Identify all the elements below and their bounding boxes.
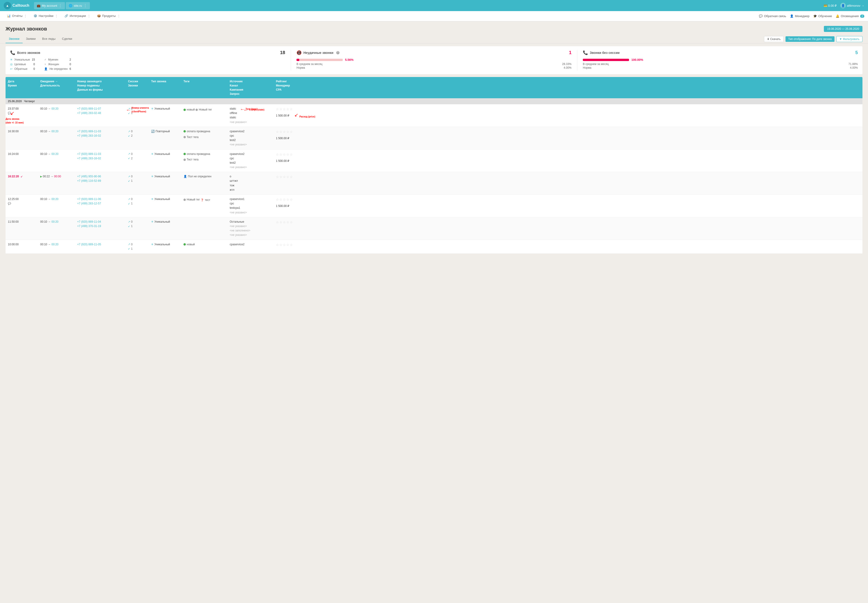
- star-7-4[interactable]: ☆: [286, 242, 289, 247]
- star-1-1[interactable]: ☆: [276, 107, 279, 112]
- sub-phone-3[interactable]: +7 (499) 283-16-02: [77, 156, 123, 161]
- nav-settings[interactable]: ⚙️ Настройки ⋮: [30, 11, 61, 21]
- star-5-2[interactable]: ☆: [279, 197, 282, 202]
- site-menu-icon[interactable]: ⋮: [83, 3, 87, 8]
- calltype-row-3: ✳ Уникальный: [151, 152, 179, 156]
- star-1-3[interactable]: ☆: [283, 107, 286, 112]
- caller-phone-1[interactable]: +7 (920) 889-11-07: [77, 107, 123, 111]
- total-calls-title: Всего звонков: [17, 51, 40, 54]
- star-2-1[interactable]: ☆: [276, 129, 279, 135]
- no-session-avg-label: В среднем за месяц: [583, 62, 609, 66]
- balance-display[interactable]: 💳 0.00 ₽: [823, 4, 837, 8]
- star-2-5[interactable]: ☆: [290, 129, 293, 135]
- star-6-1[interactable]: ☆: [276, 220, 279, 225]
- sub-phone-6[interactable]: +7 (499) 370-31-19: [77, 224, 123, 229]
- tab-all-leads[interactable]: Все лиды: [39, 35, 59, 43]
- star-6-4[interactable]: ☆: [286, 220, 289, 225]
- failed-help-icon: ?: [336, 51, 339, 54]
- tab-requests[interactable]: Заявки: [23, 35, 39, 43]
- star-1-2[interactable]: ☆: [279, 107, 282, 112]
- manager-btn[interactable]: 👤 Менеджер: [790, 14, 809, 18]
- tag-label-5-2: тест: [205, 198, 210, 202]
- caller-phone-4[interactable]: +7 (495) 955-90-96: [77, 174, 123, 179]
- products-menu-icon[interactable]: ⋮: [117, 14, 120, 18]
- star-3-4[interactable]: ☆: [286, 152, 289, 157]
- star-4-2[interactable]: ☆: [279, 174, 282, 179]
- star-4-4[interactable]: ☆: [286, 174, 289, 179]
- caller-phone-2[interactable]: +7 (920) 889-11-03: [77, 129, 123, 134]
- star-6-3[interactable]: ☆: [283, 220, 286, 225]
- women-value: 0: [69, 63, 71, 66]
- caller-phone-3[interactable]: +7 (920) 889-11-03: [77, 152, 123, 156]
- star-4-1[interactable]: ☆: [276, 174, 279, 179]
- reports-menu-icon[interactable]: ⋮: [24, 14, 27, 18]
- caller-phone-6[interactable]: +7 (920) 889-11-04: [77, 220, 123, 224]
- source-4: о: [230, 174, 271, 179]
- unique-star-icon-1: ✳: [151, 107, 153, 111]
- star-5-5[interactable]: ☆: [290, 197, 293, 202]
- learning-btn[interactable]: 🎓 Обучение: [813, 14, 832, 18]
- wait-6: 00:10 →: [40, 220, 51, 223]
- star-4-3[interactable]: ☆: [283, 174, 286, 179]
- star-6-5[interactable]: ☆: [290, 220, 293, 225]
- notifications-btn[interactable]: 🔔 Оповещения 2: [836, 14, 864, 18]
- sub-phone-1[interactable]: +7 (499) 283-02-48: [77, 111, 123, 115]
- learning-label: Обучение: [818, 14, 832, 18]
- star-5-1[interactable]: ☆: [276, 197, 279, 202]
- sub-phone-4[interactable]: +7 (499) 116-52-89: [77, 179, 123, 183]
- women-icon: ♀: [44, 63, 46, 66]
- star-7-2[interactable]: ☆: [279, 242, 282, 247]
- star-1-4[interactable]: ☆: [286, 107, 289, 112]
- feedback-label: Обратная связь: [764, 14, 786, 18]
- caller-phone-7[interactable]: +7 (920) 889-11-05: [77, 242, 123, 247]
- products-label: Продукты: [102, 14, 116, 18]
- nav-reports[interactable]: 📊 Отчёты ⋮: [4, 11, 30, 21]
- star-5-4[interactable]: ☆: [286, 197, 289, 202]
- star-2-4[interactable]: ☆: [286, 129, 289, 135]
- sub-phone-5[interactable]: +7 (499) 283-12-57: [77, 201, 123, 206]
- star-2-3[interactable]: ☆: [283, 129, 286, 135]
- logout-icon[interactable]: →: [861, 4, 864, 8]
- price-annotation: ↙ Расход (price): [294, 111, 315, 119]
- star-7-5[interactable]: ☆: [290, 242, 293, 247]
- star-3-2[interactable]: ☆: [279, 152, 282, 157]
- user-display[interactable]: 👤 afilimonov →: [840, 3, 864, 8]
- star-7-1[interactable]: ☆: [276, 242, 279, 247]
- total-calls-left: ✳ Уникальные 15 ◎ Целевые 0 ↩ Обратные 0: [10, 58, 35, 71]
- logo[interactable]: ▲ Calltouch: [4, 2, 29, 9]
- star-5-3[interactable]: ☆: [283, 197, 286, 202]
- star-3-5[interactable]: ☆: [290, 152, 293, 157]
- star-7-3[interactable]: ☆: [283, 242, 286, 247]
- top-nav-tab-site[interactable]: 🌐 site.ru ⋮: [66, 2, 89, 9]
- star-2-2[interactable]: ☆: [279, 129, 282, 135]
- tab-calls[interactable]: Звонки: [6, 35, 23, 43]
- caller-phone-5[interactable]: +7 (920) 889-11-06: [77, 197, 123, 201]
- date-range-button[interactable]: 19.06.2020 — 25.06.2020: [824, 26, 862, 32]
- tab-deals[interactable]: Сделки: [59, 35, 76, 43]
- nav-products[interactable]: 📦 Продукты ⋮: [94, 11, 123, 21]
- arrow-up-icon-2: ↗: [128, 130, 130, 134]
- star-6-2[interactable]: ☆: [279, 220, 282, 225]
- star-1-5[interactable]: ☆: [290, 107, 293, 112]
- download-button[interactable]: ⬇ Скачать: [764, 36, 784, 42]
- top-nav-tab-account[interactable]: 💼 My account ⋮: [34, 2, 65, 9]
- star-3-1[interactable]: ☆: [276, 152, 279, 157]
- star-3-3[interactable]: ☆: [283, 152, 286, 157]
- nav-integrations[interactable]: 🔗 Интеграции ⋮: [61, 11, 94, 21]
- callback-value: 0: [33, 67, 35, 71]
- calltype-row-2: 🔄 Повторный: [151, 129, 179, 134]
- settings-menu-icon[interactable]: ⋮: [55, 14, 58, 18]
- wait-3: 00:10 →: [40, 152, 51, 156]
- filter-button[interactable]: ▼ Фильтровать: [836, 36, 862, 42]
- account-menu-icon[interactable]: ⋮: [59, 3, 62, 8]
- view-type-button[interactable]: Тип отображения: По дате звонка: [785, 36, 834, 42]
- failed-calls-title: Неудачные звонки: [304, 51, 333, 54]
- calltype-label-2: Повторный: [156, 129, 170, 134]
- star-4-5[interactable]: ☆: [290, 174, 293, 179]
- sub-phone-2[interactable]: +7 (499) 283-16-02: [77, 134, 123, 138]
- feedback-btn[interactable]: 💬 Обратная связь: [759, 14, 786, 18]
- play-icon-4[interactable]: ▶: [40, 175, 42, 178]
- session-row-down-4: ↙ 1: [128, 179, 146, 183]
- td-source-2: cpaservice2 cpc test2 <не указано>: [227, 127, 274, 149]
- integrations-menu-icon[interactable]: ⋮: [87, 14, 91, 18]
